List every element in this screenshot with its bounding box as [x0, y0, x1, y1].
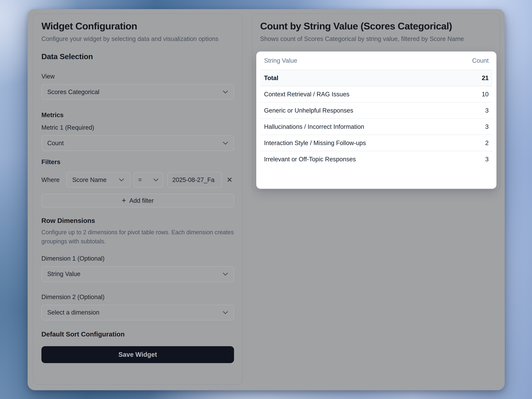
data-selection-heading: Data Selection	[41, 52, 234, 61]
widget-configuration-panel: Widget Configuration Configure your widg…	[33, 13, 242, 385]
save-widget-button[interactable]: Save Widget	[41, 346, 234, 363]
plus-icon: +	[122, 196, 126, 205]
dimension2-select[interactable]: Select a dimension	[41, 305, 234, 320]
string-value-cell: Total	[264, 75, 278, 82]
default-sort-heading: Default Sort Configuration	[41, 330, 234, 338]
panel-title: Widget Configuration	[41, 20, 234, 32]
view-select-value: Scores Categorical	[47, 89, 99, 96]
chevron-down-icon	[223, 309, 228, 314]
dimension1-label: Dimension 1 (Optional)	[41, 255, 234, 262]
row-dimensions-description: Configure up to 2 dimensions for pivot t…	[41, 228, 234, 246]
remove-filter-button[interactable]: ✕	[227, 176, 233, 183]
metrics-heading: Metrics	[41, 111, 234, 119]
filter-row: Where Score Name = 2025-08-27_Fa ✕	[41, 172, 234, 188]
count-cell: 3	[485, 107, 489, 114]
table-row: Hallucinations / Incorrect Information 3	[260, 118, 493, 135]
metric1-label: Metric 1 (Required)	[41, 124, 234, 131]
table-header-row: String Value Count	[260, 51, 493, 70]
table-row: Generic or Unhelpful Responses 3	[260, 102, 493, 118]
table-row: Total 21	[260, 70, 493, 86]
column-header-string-value: String Value	[264, 57, 297, 64]
add-filter-label: Add filter	[129, 197, 154, 204]
close-icon: ✕	[227, 176, 233, 184]
chevron-down-icon	[119, 176, 124, 181]
dimension2-select-value: Select a dimension	[47, 309, 99, 316]
preview-subtitle: Shows count of Scores Categorical by str…	[260, 34, 492, 44]
preview-table-card: String Value Count Total 21 Context Retr…	[256, 51, 496, 189]
count-cell: 2	[485, 140, 489, 147]
filter-field-select[interactable]: Score Name	[66, 172, 130, 188]
count-cell: 21	[482, 75, 489, 82]
column-header-count: Count	[472, 57, 489, 64]
chevron-down-icon	[153, 176, 158, 181]
table-body: Total 21 Context Retrieval / RAG Issues …	[260, 70, 493, 167]
string-value-cell: Hallucinations / Incorrect Information	[264, 123, 364, 130]
string-value-cell: Generic or Unhelpful Responses	[264, 107, 353, 114]
string-value-cell: Irrelevant or Off-Topic Responses	[264, 156, 356, 163]
chevron-down-icon	[223, 88, 228, 93]
string-value-cell: Context Retrieval / RAG Issues	[264, 91, 349, 98]
metric1-select[interactable]: Count	[41, 135, 234, 151]
count-cell: 3	[485, 123, 489, 130]
view-select[interactable]: Scores Categorical	[41, 84, 234, 100]
where-label: Where	[41, 176, 60, 183]
count-cell: 3	[485, 156, 489, 163]
filter-operator-select[interactable]: =	[134, 172, 163, 188]
table-row: Irrelevant or Off-Topic Responses 3	[260, 151, 493, 167]
widget-configuration-modal: Widget Configuration Configure your widg…	[28, 9, 505, 390]
preview-title: Count by String Value (Scores Categorica…	[260, 20, 492, 32]
string-value-cell: Interaction Style / Missing Follow-ups	[264, 140, 366, 147]
row-dimensions-heading: Row Dimensions	[41, 217, 234, 225]
add-filter-button[interactable]: + Add filter	[41, 194, 234, 207]
dimension1-select[interactable]: String Value	[41, 266, 234, 282]
filter-field-value: Score Name	[72, 176, 107, 183]
filter-value-input[interactable]: 2025-08-27_Fa	[167, 172, 222, 188]
dimension2-label: Dimension 2 (Optional)	[41, 294, 234, 301]
filters-heading: Filters	[41, 158, 234, 166]
filter-operator-value: =	[138, 176, 142, 183]
view-label: View	[41, 73, 234, 80]
panel-subtitle: Configure your widget by selecting data …	[41, 34, 218, 44]
table-row: Context Retrieval / RAG Issues 10	[260, 86, 493, 102]
table-row: Interaction Style / Missing Follow-ups 2	[260, 135, 493, 151]
chevron-down-icon	[223, 270, 228, 276]
chevron-down-icon	[223, 140, 228, 145]
widget-preview-panel: Count by String Value (Scores Categorica…	[252, 13, 500, 191]
count-cell: 10	[482, 91, 489, 98]
dimension1-select-value: String Value	[47, 270, 80, 277]
metric1-select-value: Count	[47, 140, 64, 147]
